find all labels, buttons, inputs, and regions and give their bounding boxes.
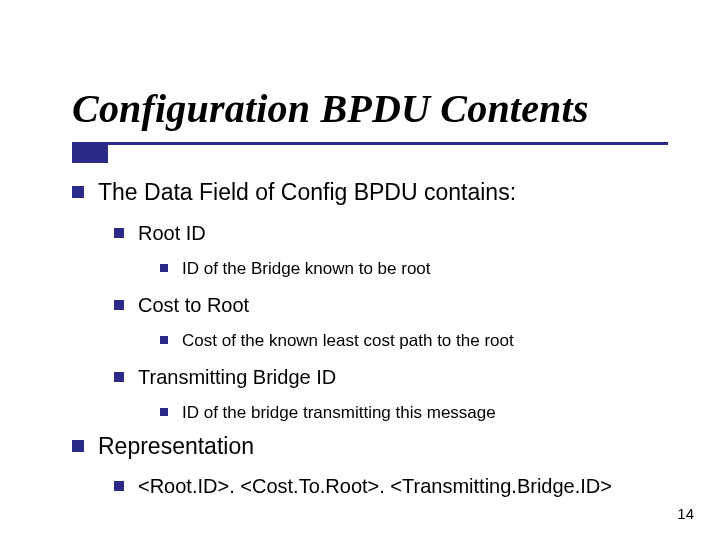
title-tab xyxy=(72,145,108,163)
square-bullet-icon xyxy=(160,408,168,416)
text-line: Representation xyxy=(98,432,254,461)
page-number: 14 xyxy=(677,505,694,522)
bullet-level2: Cost to Root xyxy=(114,293,680,318)
text-line: Cost of the known least cost path to the… xyxy=(182,330,514,351)
square-bullet-icon xyxy=(114,228,124,238)
title-underline xyxy=(72,142,668,145)
slide-body: The Data Field of Config BPDU contains: … xyxy=(72,178,680,499)
square-bullet-icon xyxy=(72,440,84,452)
bullet-level2: <Root.ID>. <Cost.To.Root>. <Transmitting… xyxy=(114,474,680,499)
bullet-level3: Cost of the known least cost path to the… xyxy=(160,330,680,351)
bullet-level3: ID of the bridge transmitting this messa… xyxy=(160,402,680,423)
bullet-level2: Root ID xyxy=(114,221,680,246)
square-bullet-icon xyxy=(114,481,124,491)
bullet-level2: Transmitting Bridge ID xyxy=(114,365,680,390)
square-bullet-icon xyxy=(114,300,124,310)
bullet-level1: The Data Field of Config BPDU contains: xyxy=(72,178,680,207)
text-line: <Root.ID>. <Cost.To.Root>. <Transmitting… xyxy=(138,474,612,499)
square-bullet-icon xyxy=(160,336,168,344)
text-line: Root ID xyxy=(138,221,206,246)
bullet-level3: ID of the Bridge known to be root xyxy=(160,258,680,279)
slide-title: Configuration BPDU Contents xyxy=(72,88,680,130)
square-bullet-icon xyxy=(114,372,124,382)
text-line: Transmitting Bridge ID xyxy=(138,365,336,390)
text-line: The Data Field of Config BPDU contains: xyxy=(98,178,516,207)
bullet-level1: Representation xyxy=(72,432,680,461)
square-bullet-icon xyxy=(72,186,84,198)
text-line: ID of the Bridge known to be root xyxy=(182,258,431,279)
slide: Configuration BPDU Contents The Data Fie… xyxy=(0,0,720,540)
square-bullet-icon xyxy=(160,264,168,272)
text-line: ID of the bridge transmitting this messa… xyxy=(182,402,496,423)
text-line: Cost to Root xyxy=(138,293,249,318)
